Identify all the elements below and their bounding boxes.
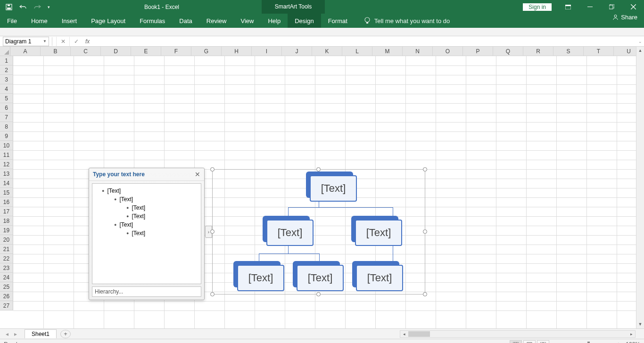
row-header[interactable]: 1 (0, 56, 13, 65)
hierarchy-node[interactable]: [Text] (352, 261, 399, 287)
hierarchy-node[interactable]: [Text] (293, 261, 340, 287)
text-pane-layout-name[interactable]: Hierarchy... (92, 286, 201, 297)
qat-customize-icon[interactable]: ▾ (45, 1, 52, 13)
close-icon[interactable]: ✕ (195, 171, 200, 178)
zoom-out-button[interactable]: − (555, 341, 558, 343)
hierarchy-node[interactable]: [Text] (351, 216, 398, 242)
tab-nav-last-icon[interactable]: ▸ (11, 331, 20, 337)
column-header[interactable]: O (433, 47, 463, 56)
column-header[interactable]: B (41, 47, 71, 56)
scroll-down-icon[interactable]: ▼ (636, 320, 644, 328)
row-header[interactable]: 7 (0, 113, 13, 122)
worksheet-grid[interactable]: ABCDEFGHIJKLMNOPQRSTU 123456789101112131… (0, 47, 644, 328)
smartart-text-pane[interactable]: Type your text here ✕ ●[Text]●[Text]●[Te… (89, 168, 205, 300)
fx-icon[interactable]: fx (83, 38, 92, 45)
row-header[interactable]: 27 (0, 301, 13, 310)
column-header[interactable]: N (403, 47, 433, 56)
tab-view[interactable]: View (233, 14, 261, 28)
column-header[interactable]: H (222, 47, 252, 56)
row-header[interactable]: 10 (0, 141, 13, 150)
tab-help[interactable]: Help (261, 14, 288, 28)
chevron-down-icon[interactable]: ▼ (43, 39, 47, 43)
row-header[interactable]: 8 (0, 122, 13, 131)
node-text[interactable]: [Text] (297, 265, 344, 291)
row-header[interactable]: 24 (0, 273, 13, 282)
resize-handle[interactable] (210, 229, 215, 234)
tab-home[interactable]: Home (24, 14, 55, 28)
column-header[interactable]: R (523, 47, 553, 56)
new-sheet-button[interactable]: + (60, 330, 71, 338)
row-header[interactable]: 15 (0, 188, 13, 197)
text-pane-item[interactable]: ●[Text] (94, 204, 199, 212)
signin-button[interactable]: Sign in (523, 3, 552, 11)
row-header[interactable]: 17 (0, 207, 13, 216)
row-header[interactable]: 11 (0, 150, 13, 160)
resize-handle[interactable] (210, 292, 215, 296)
row-header[interactable]: 3 (0, 75, 13, 84)
page-layout-view-icon[interactable] (523, 340, 536, 343)
tell-me-search[interactable]: Tell me what you want to do (364, 14, 450, 28)
tab-nav-first-icon[interactable]: ◂ (3, 331, 11, 337)
column-header[interactable]: A (10, 47, 41, 56)
text-pane-item[interactable]: ●[Text] (94, 229, 199, 237)
node-text[interactable]: [Text] (355, 220, 402, 246)
column-header[interactable]: P (463, 47, 493, 56)
text-pane-item[interactable]: ●[Text] (94, 220, 199, 229)
close-icon[interactable] (622, 0, 644, 14)
share-button[interactable]: Share (612, 14, 637, 21)
hierarchy-node[interactable]: [Text] (306, 172, 353, 198)
row-header[interactable]: 5 (0, 94, 13, 103)
tab-pagelayout[interactable]: Page Layout (84, 14, 132, 28)
row-header[interactable]: 16 (0, 197, 13, 207)
minimize-icon[interactable] (579, 0, 601, 14)
tab-design[interactable]: Design (288, 14, 321, 28)
resize-handle[interactable] (423, 229, 427, 234)
row-header[interactable]: 22 (0, 254, 13, 263)
vertical-scrollbar[interactable]: ▲ ▼ (636, 47, 644, 328)
resize-handle[interactable] (316, 292, 321, 296)
column-header[interactable]: K (312, 47, 342, 56)
row-header[interactable]: 25 (0, 282, 13, 292)
column-header[interactable]: Q (493, 47, 523, 56)
scroll-up-icon[interactable]: ▲ (636, 47, 644, 55)
row-header[interactable]: 19 (0, 226, 13, 235)
column-header[interactable]: I (252, 47, 282, 56)
tab-formulas[interactable]: Formulas (132, 14, 172, 28)
text-pane-item[interactable]: ●[Text] (94, 187, 199, 195)
tab-nav[interactable]: ◂ ▸ (0, 331, 23, 337)
zoom-level[interactable]: 100% (626, 341, 640, 343)
row-header[interactable]: 2 (0, 65, 13, 75)
row-header[interactable]: 6 (0, 103, 13, 113)
node-text[interactable]: [Text] (310, 175, 357, 202)
save-icon[interactable] (3, 1, 15, 13)
row-header[interactable]: 9 (0, 131, 13, 141)
hierarchy-node[interactable]: [Text] (233, 261, 281, 287)
undo-icon[interactable] (17, 1, 29, 13)
tab-insert[interactable]: Insert (55, 14, 84, 28)
scroll-left-icon[interactable]: ◂ (400, 331, 408, 337)
row-header[interactable]: 21 (0, 245, 13, 254)
column-header[interactable]: L (342, 47, 372, 56)
select-all-corner[interactable] (0, 47, 10, 56)
resize-handle[interactable] (423, 167, 427, 172)
page-break-view-icon[interactable] (537, 340, 549, 343)
column-header[interactable]: E (131, 47, 161, 56)
column-header[interactable]: G (191, 47, 222, 56)
row-header[interactable]: 23 (0, 263, 13, 273)
resize-handle[interactable] (210, 167, 215, 172)
column-header[interactable]: T (584, 47, 614, 56)
row-header[interactable]: 4 (0, 84, 13, 94)
ribbon-display-icon[interactable] (557, 0, 579, 14)
cancel-formula-icon[interactable]: ✕ (56, 37, 69, 46)
row-header[interactable]: 13 (0, 169, 13, 179)
expand-formula-icon[interactable]: ⌄ (636, 39, 644, 44)
resize-handle[interactable] (316, 167, 321, 172)
row-header[interactable]: 12 (0, 160, 13, 169)
tab-data[interactable]: Data (172, 14, 199, 28)
maximize-icon[interactable] (601, 0, 622, 14)
node-text[interactable]: [Text] (237, 265, 284, 291)
row-header[interactable]: 18 (0, 216, 13, 226)
hierarchy-node[interactable]: [Text] (263, 216, 310, 242)
tab-format[interactable]: Format (321, 14, 355, 28)
normal-view-icon[interactable] (510, 340, 522, 343)
